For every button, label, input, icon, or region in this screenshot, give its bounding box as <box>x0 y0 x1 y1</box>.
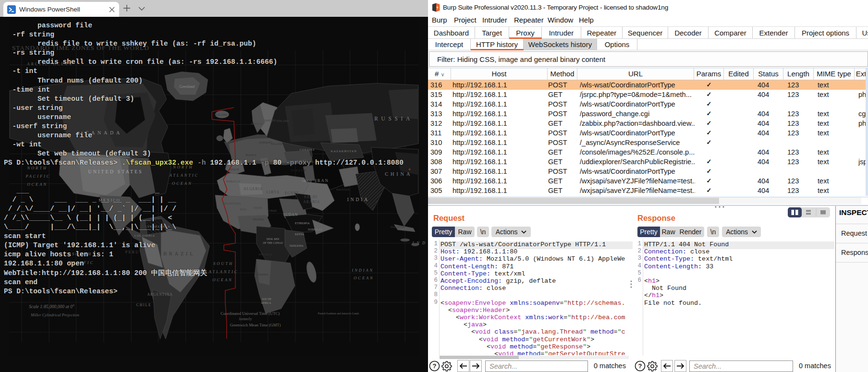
svg-text:?: ? <box>638 362 642 370</box>
svg-text:?: ? <box>433 362 437 370</box>
